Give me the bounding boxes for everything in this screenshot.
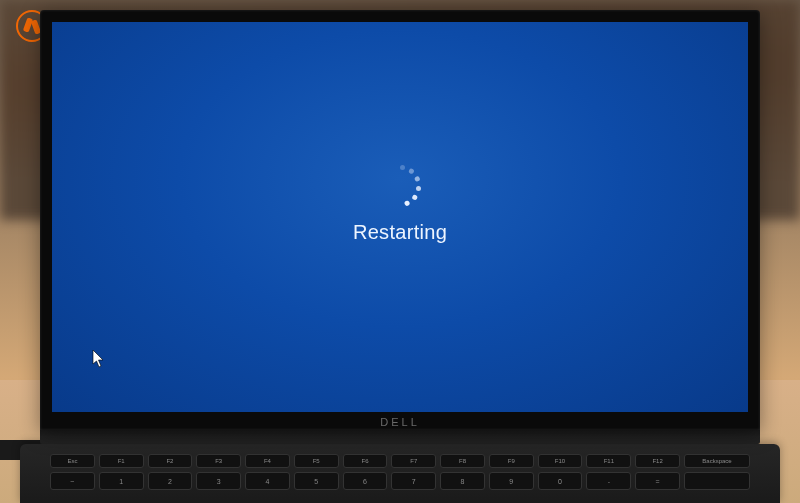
loading-spinner-icon	[379, 165, 421, 207]
laptop: Restarting DELL Esc F1 F2 F3 F4 F5 F6 F7…	[40, 10, 760, 503]
key: 8	[440, 472, 485, 490]
key: 0	[538, 472, 583, 490]
key: F6	[343, 454, 388, 468]
key: F4	[245, 454, 290, 468]
key: 9	[489, 472, 534, 490]
key: F5	[294, 454, 339, 468]
status-message: Restarting	[52, 221, 748, 244]
key: 5	[294, 472, 339, 490]
key	[684, 472, 750, 490]
laptop-hinge	[40, 430, 760, 444]
key: Backspace	[684, 454, 750, 468]
windows-restart-screen: Restarting	[52, 22, 748, 412]
screen-bezel: Restarting DELL	[40, 10, 760, 430]
key: F8	[440, 454, 485, 468]
laptop-keyboard: Esc F1 F2 F3 F4 F5 F6 F7 F8 F9 F10 F11 F…	[20, 444, 780, 503]
key: F7	[391, 454, 436, 468]
key: 2	[148, 472, 193, 490]
key: 6	[343, 472, 388, 490]
key: F10	[538, 454, 583, 468]
key: 7	[391, 472, 436, 490]
mouse-cursor-icon	[92, 350, 106, 368]
key: Esc	[50, 454, 95, 468]
key: F3	[196, 454, 241, 468]
key: F11	[586, 454, 631, 468]
key: F2	[148, 454, 193, 468]
key: 3	[196, 472, 241, 490]
key: F1	[99, 454, 144, 468]
key: ~	[50, 472, 95, 490]
key: 1	[99, 472, 144, 490]
key: -	[586, 472, 631, 490]
key: F12	[635, 454, 680, 468]
key: =	[635, 472, 680, 490]
laptop-brand-logo: DELL	[380, 416, 420, 428]
key: F9	[489, 454, 534, 468]
key: 4	[245, 472, 290, 490]
